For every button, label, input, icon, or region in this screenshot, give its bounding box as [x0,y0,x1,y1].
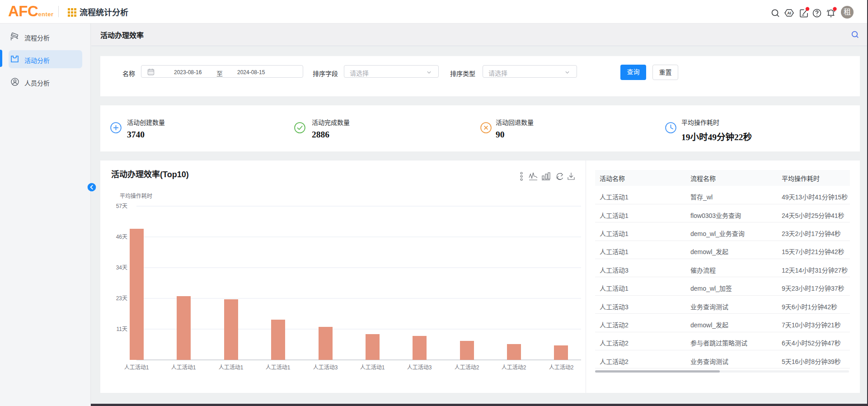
svg-text:AI: AI [787,11,791,15]
svg-text:57天: 57天 [116,203,127,209]
svg-text:人工活动2: 人工活动2 [455,364,479,371]
svg-text:人工活动3: 人工活动3 [407,364,432,371]
svg-text:平均操作耗时: 平均操作耗时 [120,193,152,199]
svg-text:人工活动3: 人工活动3 [313,364,338,371]
svg-text:34天: 34天 [116,264,127,271]
svg-text:人工活动1: 人工活动1 [266,364,291,371]
svg-text:人工活动1: 人工活动1 [219,364,244,371]
svg-text:人工活动2: 人工活动2 [549,364,574,371]
svg-text:11天: 11天 [117,326,127,332]
svg-text:人工活动2: 人工活动2 [502,364,526,371]
svg-text:人工活动1: 人工活动1 [124,364,149,371]
svg-text:人工活动1: 人工活动1 [171,364,196,371]
svg-text:23天: 23天 [116,295,127,302]
svg-text:人工活动1: 人工活动1 [360,364,385,371]
svg-text:46天: 46天 [116,234,127,240]
